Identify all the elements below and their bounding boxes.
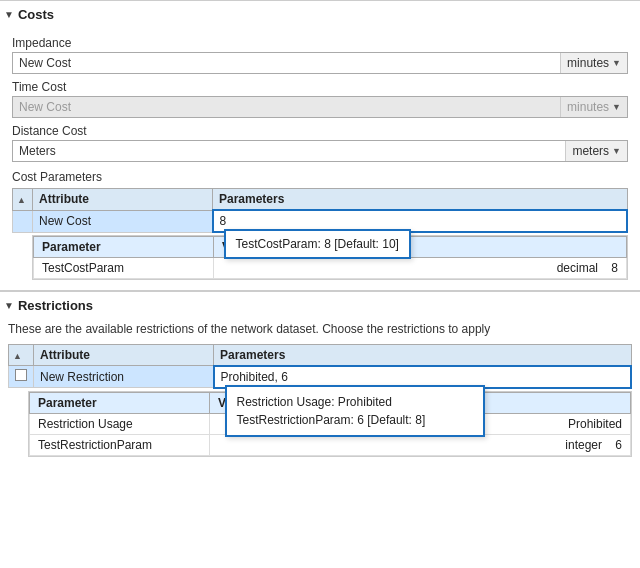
cost-parameters-label: Cost Parameters xyxy=(12,170,628,184)
restrictions-sub-parameter-2: TestRestrictionParam xyxy=(30,434,210,455)
cost-sub-col-parameter: Parameter xyxy=(34,237,214,258)
restrictions-col-attribute-header: Attribute xyxy=(34,344,214,366)
restrictions-chevron-icon: ▼ xyxy=(4,300,14,311)
impedance-value[interactable]: New Cost xyxy=(13,53,560,73)
costs-section: ▼ Costs Impedance New Cost minutes ▼ Tim… xyxy=(0,0,640,286)
costs-body: Impedance New Cost minutes ▼ Time Cost N… xyxy=(0,26,640,286)
restrictions-sub-parameter-1: Restriction Usage xyxy=(30,413,210,434)
impedance-field-row: New Cost minutes ▼ xyxy=(12,52,628,74)
restrictions-tooltip-line1: Restriction Usage: Prohibited xyxy=(237,393,473,411)
time-cost-placeholder: New Cost xyxy=(13,97,560,117)
restrictions-row-checkbox[interactable] xyxy=(15,369,27,381)
distance-cost-value[interactable]: Meters xyxy=(13,141,565,161)
restrictions-description: These are the available restrictions of … xyxy=(8,321,632,338)
restrictions-title: Restrictions xyxy=(18,298,93,313)
cost-row-parameters[interactable]: 8 TestCostParam: 8 [Default: 10] xyxy=(213,210,628,232)
cost-table-row[interactable]: New Cost 8 TestCostParam: 8 [Default: 10… xyxy=(13,210,628,232)
restrictions-table: ▲ Attribute Parameters New Restriction P… xyxy=(8,344,632,389)
impedance-label: Impedance xyxy=(12,36,628,50)
cost-sub-parameter: TestCostParam xyxy=(34,258,214,279)
restrictions-sort-icon: ▲ xyxy=(13,351,22,361)
restrictions-col-parameters-header: Parameters xyxy=(214,344,632,366)
cost-row-attribute: New Cost xyxy=(33,210,213,232)
restrictions-body: These are the available restrictions of … xyxy=(0,321,640,463)
impedance-dropdown-arrow-icon: ▼ xyxy=(612,58,621,68)
costs-header[interactable]: ▼ Costs xyxy=(0,0,640,26)
restrictions-sub-col-parameter: Parameter xyxy=(30,392,210,413)
restrictions-section: ▼ Restrictions These are the available r… xyxy=(0,290,640,463)
distance-cost-label: Distance Cost xyxy=(12,124,628,138)
time-cost-label: Time Cost xyxy=(12,80,628,94)
restrictions-row-attribute: New Restriction xyxy=(34,366,214,388)
restrictions-tooltip-popup: Restriction Usage: Prohibited TestRestri… xyxy=(225,385,485,437)
cost-row-indent xyxy=(13,210,33,232)
cost-tooltip-text: TestCostParam: 8 [Default: 10] xyxy=(236,237,399,251)
restrictions-header[interactable]: ▼ Restrictions xyxy=(0,291,640,317)
cost-params-table: ▲ Attribute Parameters New Cost 8 xyxy=(12,188,628,233)
restrictions-tooltip-line2: TestRestrictionParam: 6 [Default: 8] xyxy=(237,411,473,429)
restrictions-sub-value-2: integer 6 xyxy=(210,434,631,455)
distance-cost-field-row: Meters meters ▼ xyxy=(12,140,628,162)
cost-col-parameters-header: Parameters xyxy=(213,189,628,211)
restrictions-row-parameters[interactable]: Prohibited, 6 Restriction Usage: Prohibi… xyxy=(214,366,632,388)
cost-sub-table-row: TestCostParam decimal 8 xyxy=(34,258,627,279)
time-cost-dropdown-arrow-icon: ▼ xyxy=(612,102,621,112)
cost-col-attribute-header: Attribute xyxy=(33,189,213,211)
cost-tooltip-popup: TestCostParam: 8 [Default: 10] xyxy=(224,229,411,259)
restrictions-sub-row-2: TestRestrictionParam integer 6 xyxy=(30,434,631,455)
cost-params-table-wrapper: ▲ Attribute Parameters New Cost 8 xyxy=(12,188,628,280)
impedance-unit[interactable]: minutes ▼ xyxy=(560,53,627,73)
sort-icon: ▲ xyxy=(17,195,26,205)
restrictions-table-row[interactable]: New Restriction Prohibited, 6 Restrictio… xyxy=(9,366,632,388)
time-cost-field-row: New Cost minutes ▼ xyxy=(12,96,628,118)
cost-sub-value: decimal 8 xyxy=(214,258,627,279)
restrictions-row-checkbox-cell[interactable] xyxy=(9,366,34,388)
costs-title: Costs xyxy=(18,7,54,22)
restrictions-table-wrapper: ▲ Attribute Parameters New Restriction P… xyxy=(8,344,632,457)
costs-chevron-icon: ▼ xyxy=(4,9,14,20)
time-cost-unit: minutes ▼ xyxy=(560,97,627,117)
restrictions-sort-col[interactable]: ▲ xyxy=(9,344,34,366)
distance-cost-unit[interactable]: meters ▼ xyxy=(565,141,627,161)
cost-table-sort-col[interactable]: ▲ xyxy=(13,189,33,211)
distance-cost-dropdown-arrow-icon: ▼ xyxy=(612,146,621,156)
